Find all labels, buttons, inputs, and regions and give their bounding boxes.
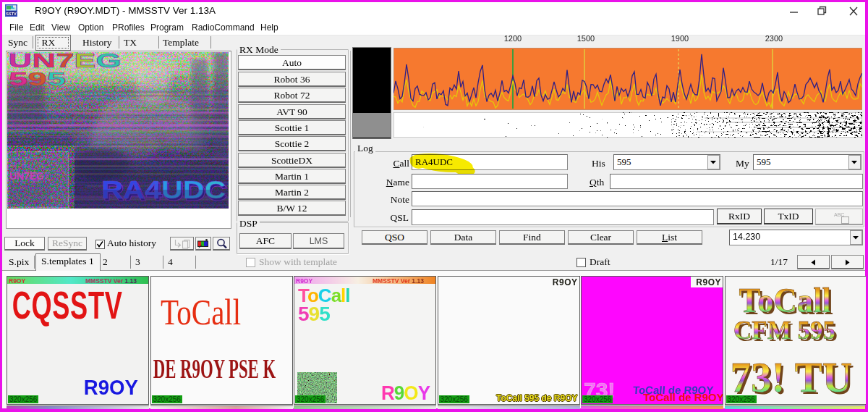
svg-text:ToCall de R9OY: ToCall de R9OY [643, 391, 723, 403]
svg-text:73! TU: 73! TU [730, 353, 851, 402]
svg-text:595: 595 [9, 70, 66, 90]
svg-text:SSTV: SSTV [6, 12, 17, 16]
svg-text:ToCall: ToCall [161, 292, 241, 332]
svg-text:595: 595 [298, 303, 330, 325]
svg-text:UN7EG: UN7EG [9, 170, 44, 182]
svg-text:CFM 595: CFM 595 [733, 316, 835, 345]
svg-text:DE R9OY PSE K: DE R9OY PSE K [153, 354, 276, 384]
svg-text:CQSSTV: CQSSTV [12, 283, 123, 327]
svg-text:R9OY: R9OY [84, 375, 138, 399]
svg-text:ToCall: ToCall [739, 282, 830, 320]
svg-text:R9OY: R9OY [381, 382, 430, 403]
